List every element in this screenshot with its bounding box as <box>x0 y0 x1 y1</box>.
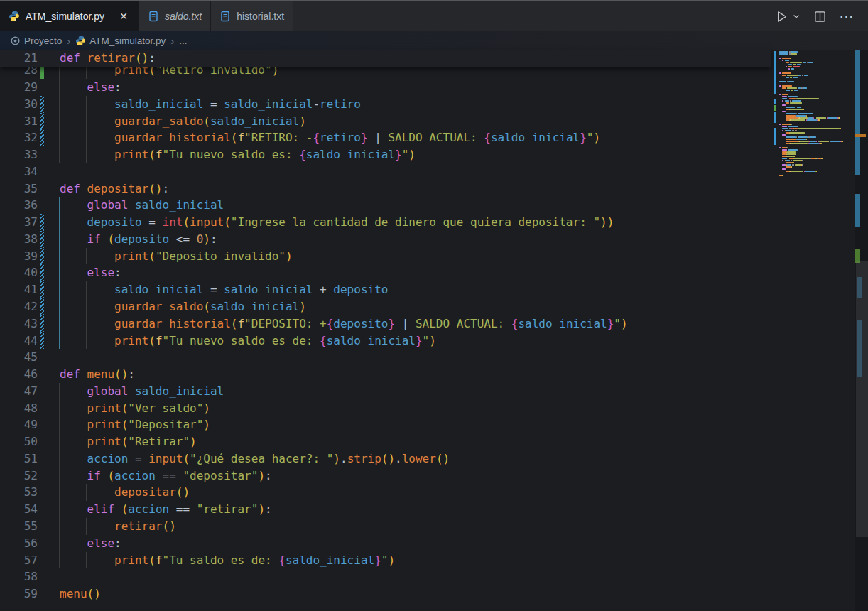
minimap-line <box>798 113 808 114</box>
line-number: 34 <box>0 163 38 180</box>
code-line[interactable]: 57 print(f"Tu saldo es de: {saldo_inicia… <box>0 552 767 569</box>
minimap-line <box>802 164 803 166</box>
text-file-icon <box>219 11 231 22</box>
code-text: print("Ver saldo") <box>60 400 210 417</box>
code-text: guardar_saldo(saldo_inicial) <box>60 113 306 130</box>
minimap-line <box>791 171 803 172</box>
minimap-line <box>793 160 801 161</box>
tab-saldo[interactable]: saldo.txt <box>139 1 211 31</box>
minimap-line <box>782 96 786 97</box>
minimap-line <box>793 66 800 67</box>
minimap-git-modified <box>774 128 776 145</box>
ruler-modified-mark <box>857 277 862 298</box>
code-line[interactable]: 43 guardar_historial(f"DEPOSITO: +{depos… <box>0 315 767 332</box>
code-line[interactable]: 41 saldo_inicial = saldo_inicial + depos… <box>0 281 767 298</box>
code-text: print(f"Tu nuevo saldo es: {saldo_inicia… <box>60 146 416 163</box>
code-line[interactable]: 31 guardar_saldo(saldo_inicial) <box>0 113 767 130</box>
code-line[interactable]: 45 <box>0 349 767 366</box>
code-line[interactable]: 35def depositar(): <box>0 180 767 198</box>
code-line[interactable]: 56 else: <box>0 535 767 552</box>
code-line[interactable]: 40 else: <box>0 264 767 281</box>
code-text: else: <box>60 79 121 96</box>
more-actions-button[interactable]: ⋯ <box>838 8 855 25</box>
code-line[interactable]: 49 print("Depositar") <box>0 416 767 433</box>
code-line[interactable]: 29 else: <box>0 79 767 96</box>
minimap-line <box>795 164 802 166</box>
code-line[interactable]: 55 retirar() <box>0 518 767 535</box>
minimap-line <box>786 77 789 78</box>
line-number: 33 <box>0 146 38 163</box>
code-editor[interactable]: 28 print("Retiro invalido")29 else:30 sa… <box>0 50 868 611</box>
code-line[interactable]: 46def menu(): <box>0 366 767 383</box>
minimap-git-modified <box>774 51 776 94</box>
close-icon[interactable]: ✕ <box>117 11 130 22</box>
minimap-line <box>779 147 781 148</box>
code-line[interactable]: 39 print("Deposito invalido") <box>0 248 767 265</box>
line-number: 31 <box>0 113 38 130</box>
minimap-line <box>786 162 793 163</box>
minimap-line <box>786 107 795 108</box>
code-line[interactable]: 42 guardar_saldo(saldo_inicial) <box>0 298 767 315</box>
code-line[interactable]: 50 print("Retirar") <box>0 433 767 450</box>
line-number: 58 <box>0 568 38 585</box>
git-modified-indicator <box>40 332 44 350</box>
breadcrumb-item-symbol[interactable]: ... <box>179 36 187 46</box>
minimap-line <box>790 109 803 110</box>
code-line[interactable]: 30 saldo_inicial = saldo_inicial-retiro <box>0 96 767 113</box>
git-modified-indicator <box>40 231 44 248</box>
minimap-line <box>808 62 813 63</box>
code-line[interactable]: 52 if (accion == "depositar"): <box>0 467 767 485</box>
minimap-line <box>809 143 819 144</box>
split-editor-button[interactable] <box>811 8 828 25</box>
code-line[interactable]: 44 print(f"Tu nuevo saldo es de: {saldo_… <box>0 332 767 350</box>
run-dropdown-chevron-icon[interactable] <box>791 8 801 25</box>
minimap-line <box>786 166 791 168</box>
git-modified-indicator <box>40 315 44 332</box>
minimap-line <box>786 62 789 63</box>
text-file-icon <box>148 11 159 22</box>
minimap-line <box>786 136 796 138</box>
minimap-line <box>779 81 786 82</box>
code-line[interactable]: 48 print("Ver saldo") <box>0 400 767 417</box>
code-line[interactable]: 53 depositar() <box>0 484 767 501</box>
breadcrumb-item-file[interactable]: ATM_simulator.py <box>75 36 166 46</box>
minimap-line <box>782 149 786 151</box>
minimap-line <box>792 164 793 166</box>
code-text: retirar() <box>60 518 176 535</box>
sticky-row[interactable]: 21def retirar(): <box>0 50 767 67</box>
sticky-scroll-line[interactable]: 21def retirar(): <box>0 50 771 67</box>
code-line[interactable]: 36 global saldo_inicial <box>0 197 767 214</box>
code-line[interactable]: 38 if (deposito <= 0): <box>0 231 767 248</box>
code-line[interactable]: 33 print(f"Tu nuevo saldo es: {saldo_ini… <box>0 146 767 163</box>
minimap-line <box>782 126 786 127</box>
minimap-line <box>806 115 808 117</box>
minimap-line <box>790 77 792 78</box>
minimap-line <box>787 153 796 155</box>
minimap-line <box>786 113 796 114</box>
python-icon <box>9 11 20 22</box>
minimap-line <box>792 100 801 102</box>
code-line[interactable]: 47 global saldo_inicial <box>0 383 767 400</box>
minimap-line <box>840 128 841 129</box>
minimap[interactable] <box>771 50 855 611</box>
run-button[interactable] <box>773 8 790 25</box>
chevron-right-icon: › <box>170 36 174 46</box>
python-icon <box>75 36 86 46</box>
code-line[interactable]: 51 accion = input("¿Qué desea hacer?: ")… <box>0 450 767 467</box>
minimap-git-modified <box>774 99 776 104</box>
code-line[interactable]: 58 <box>0 568 767 585</box>
code-line[interactable]: 59menu() <box>0 585 767 602</box>
code-line[interactable]: 54 elif (accion == "retirar"): <box>0 501 767 518</box>
tab-atm-simulator[interactable]: ATM_simulator.py ✕ <box>0 1 139 31</box>
line-number: 40 <box>0 264 38 281</box>
code-line[interactable]: 32 guardar_historial(f"RETIRO: -{retiro}… <box>0 129 767 146</box>
tab-historial[interactable]: historial.txt <box>211 1 293 31</box>
scrollbar[interactable] <box>855 50 868 611</box>
ruler-added-mark <box>855 249 860 263</box>
vscode-window: ATM_simulator.py ✕ saldo.txt historial.t… <box>0 0 868 611</box>
code-text: if (accion == "depositar"): <box>60 467 272 485</box>
code-line[interactable]: 37 deposito = int(input("Ingrese la cant… <box>0 214 767 231</box>
ruler-modified-mark <box>855 194 860 227</box>
code-line[interactable]: 34 <box>0 163 767 180</box>
breadcrumb-item-proyecto[interactable]: Proyecto <box>10 36 62 46</box>
